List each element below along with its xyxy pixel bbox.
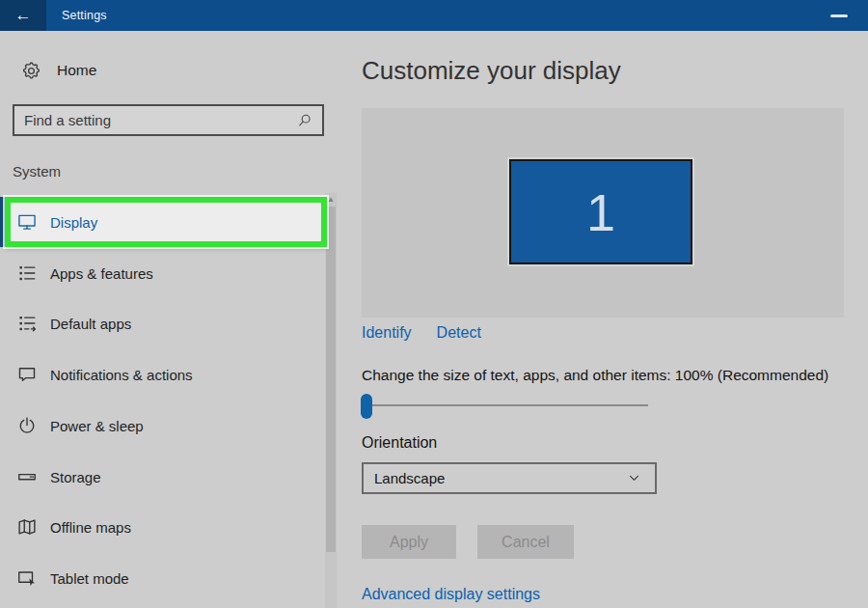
sidebar-item-default-apps[interactable]: Default apps (0, 298, 325, 348)
tablet-mode-icon (16, 567, 38, 589)
minimize-button[interactable] (820, 0, 858, 31)
power-icon (16, 415, 38, 436)
sidebar-item-label: Apps & features (50, 265, 153, 282)
sidebar-item-tablet-mode[interactable]: Tablet mode (0, 553, 325, 603)
display-preview-panel: 1 (362, 108, 844, 318)
search-icon[interactable] (296, 112, 313, 129)
scale-label: Change the size of text, apps, and other… (362, 367, 828, 384)
scrollbar-thumb[interactable] (326, 207, 336, 552)
detect-link[interactable]: Detect (437, 324, 481, 342)
sidebar-item-apps-features[interactable]: Apps & features (0, 248, 325, 298)
search-input[interactable] (14, 112, 296, 128)
apply-button[interactable]: Apply (362, 525, 456, 559)
window-title: Settings (62, 0, 107, 31)
section-label-system: System (13, 163, 61, 180)
sidebar-item-label: Notifications & actions (50, 367, 193, 383)
display-icon (16, 211, 38, 233)
sidebar-item-notifications-actions[interactable]: Notifications & actions (0, 349, 325, 400)
apps-icon (16, 263, 38, 284)
sidebar-item-label: Default apps (50, 316, 131, 332)
orientation-dropdown[interactable]: Landscape (362, 462, 657, 494)
sidebar-item-display[interactable]: Display (0, 197, 325, 247)
storage-icon (16, 466, 38, 487)
settings-window: ← Settings Home System DisplayApps & fea… (0, 0, 868, 608)
monitor-number: 1 (586, 186, 615, 238)
sidebar-scrollbar[interactable]: ▲ (325, 193, 337, 608)
sidebar-item-label: Display (50, 214, 97, 231)
sidebar-item-storage[interactable]: Storage (0, 452, 325, 502)
identify-link[interactable]: Identify (362, 324, 412, 342)
monitor-preview[interactable]: 1 (509, 159, 692, 264)
advanced-display-settings-link[interactable]: Advanced display settings (362, 586, 540, 603)
home-label: Home (57, 62, 96, 79)
identify-detect-row: Identify Detect (362, 324, 481, 342)
chevron-down-icon (626, 470, 642, 486)
orientation-value: Landscape (364, 470, 626, 486)
notifications-icon (16, 364, 38, 385)
back-button[interactable]: ← (0, 0, 46, 31)
offline-maps-icon (16, 516, 38, 538)
default-apps-icon (16, 313, 38, 334)
scale-slider-track[interactable] (365, 404, 648, 406)
gear-icon (21, 61, 41, 81)
search-box[interactable] (13, 104, 324, 136)
selected-accent-bar (0, 197, 5, 247)
orientation-label: Orientation (362, 434, 437, 452)
scale-slider-thumb[interactable] (361, 394, 372, 419)
sidebar-item-offline-maps[interactable]: Offline maps (0, 502, 325, 552)
sidebar-item-label: Tablet mode (50, 570, 129, 587)
page-title: Customize your display (362, 56, 621, 86)
sidebar-item-label: Storage (50, 469, 101, 485)
back-arrow-icon: ← (15, 6, 32, 25)
sidebar-item-label: Power & sleep (50, 418, 144, 434)
sidebar-item-power-sleep[interactable]: Power & sleep (0, 401, 325, 451)
sidebar-item-label: Offline maps (50, 519, 131, 536)
titlebar: ← Settings (0, 0, 868, 31)
scrollbar-up-icon[interactable]: ▲ (325, 193, 337, 206)
minimize-icon (830, 14, 848, 17)
cancel-button[interactable]: Cancel (477, 525, 574, 559)
sidebar-item-home[interactable]: Home (21, 56, 96, 85)
